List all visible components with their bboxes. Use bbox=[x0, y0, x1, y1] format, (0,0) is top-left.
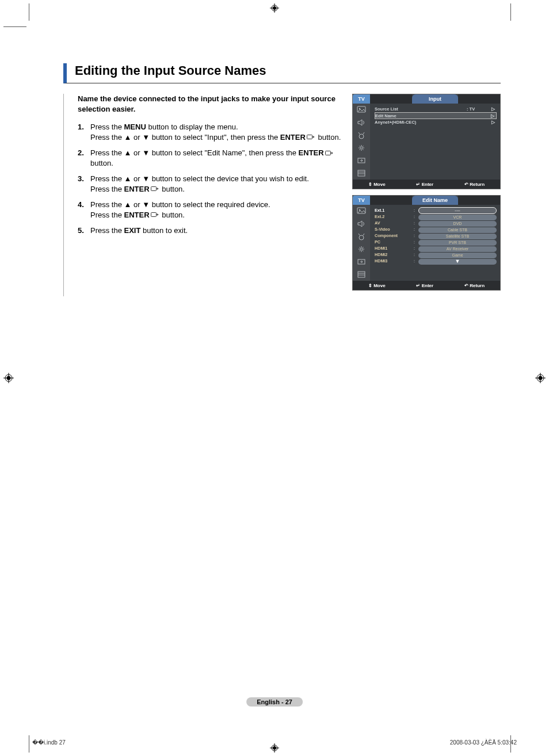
osd-menu-row: Anynet+(HDMI-CEC)▷ bbox=[375, 119, 497, 125]
svg-rect-17 bbox=[325, 151, 330, 155]
input-source-label: S-Video bbox=[375, 226, 410, 232]
osd-edit-name-menu: TV Edit Name bbox=[352, 195, 501, 291]
osd-title: Edit Name bbox=[412, 196, 458, 205]
screenshot-column: TV Input Source List: TV▷Edit Name▷Anyne bbox=[352, 94, 501, 296]
move-hint: ⇕ Move bbox=[368, 283, 386, 288]
step-item: 1.Press the MENU button to display the m… bbox=[78, 122, 342, 142]
device-option: AV Receiver bbox=[418, 246, 497, 252]
registration-mark-icon bbox=[270, 3, 279, 13]
osd-sidebar-icons bbox=[353, 104, 370, 180]
picture-icon bbox=[357, 106, 366, 114]
crop-mark bbox=[3, 26, 26, 27]
sound-icon bbox=[357, 220, 366, 228]
crop-mark bbox=[29, 735, 29, 753]
sound-icon bbox=[357, 119, 366, 127]
svg-point-31 bbox=[360, 248, 363, 250]
input-source-label: HDMI2 bbox=[375, 251, 410, 258]
registration-mark-icon bbox=[535, 373, 546, 383]
section-title-bar: Editing the Input Source Names bbox=[63, 63, 501, 83]
step-item: 4.Press the ▲ or ▼ button to select the … bbox=[78, 200, 342, 220]
device-option: VCR bbox=[418, 215, 497, 220]
input-source-label: HDMI3 bbox=[375, 258, 410, 264]
move-hint: ⇕ Move bbox=[368, 182, 386, 187]
crop-mark bbox=[510, 3, 511, 21]
svg-rect-19 bbox=[151, 213, 156, 217]
step-item: 5.Press the EXIT button to exit. bbox=[78, 226, 342, 236]
step-item: 2.Press the ▲ or ▼ button to select "Edi… bbox=[78, 148, 342, 168]
setup-icon bbox=[357, 245, 366, 253]
separator: ::::::::: bbox=[413, 207, 416, 265]
svg-point-22 bbox=[359, 134, 364, 139]
device-option: Satellite STB bbox=[418, 234, 497, 239]
osd-sidebar-icons bbox=[353, 205, 370, 281]
input-source-label: Ext.1 bbox=[375, 207, 410, 213]
osd-tab-tv: TV bbox=[353, 196, 370, 205]
device-option: Cable STB bbox=[418, 227, 497, 233]
input-list: Ext.1Ext.2AVS-VideoComponentPCHDMI1HDMI2… bbox=[375, 207, 410, 265]
print-meta-right: 2008-03-03 ¿ÀÈÄ 5:03:42 bbox=[450, 739, 517, 746]
instruction-column: Name the device connected to the input j… bbox=[78, 94, 342, 296]
input-source-label: HDMI1 bbox=[375, 245, 410, 251]
input-source-label: AV bbox=[375, 220, 410, 226]
more-options-icon: ▼ bbox=[418, 259, 497, 265]
input-source-label: Component bbox=[375, 232, 410, 239]
registration-mark-icon bbox=[3, 373, 14, 383]
setup-icon bbox=[357, 144, 366, 152]
osd-title: Input bbox=[412, 94, 458, 104]
input-source-label: PC bbox=[375, 239, 410, 245]
svg-rect-25 bbox=[358, 170, 365, 176]
intro-text: Name the device connected to the input j… bbox=[78, 94, 342, 114]
enter-hint: ↵ Enter bbox=[416, 182, 433, 187]
svg-point-23 bbox=[360, 147, 363, 149]
device-option: PVR STB bbox=[418, 240, 497, 246]
guide-icon bbox=[357, 270, 366, 278]
svg-point-30 bbox=[359, 235, 364, 240]
page-number-badge: English - 27 bbox=[246, 697, 303, 707]
osd-input-menu: TV Input Source List: TV▷Edit Name▷Anyne bbox=[352, 94, 501, 189]
osd-footer: ⇕ Move ↵ Enter ↶ Return bbox=[353, 180, 500, 189]
steps-list: 1.Press the MENU button to display the m… bbox=[78, 122, 342, 236]
input-source-label: Ext.2 bbox=[375, 213, 410, 220]
svg-rect-18 bbox=[151, 187, 156, 191]
svg-rect-33 bbox=[358, 272, 365, 277]
device-option: ---- bbox=[418, 207, 497, 214]
osd-menu-row: Edit Name▷ bbox=[375, 112, 497, 119]
device-option: Game bbox=[418, 253, 497, 258]
input-icon bbox=[357, 156, 366, 165]
crop-mark bbox=[29, 3, 29, 21]
osd-menu-row: Source List: TV▷ bbox=[375, 106, 497, 112]
enter-hint: ↵ Enter bbox=[416, 283, 433, 288]
picture-icon bbox=[357, 207, 366, 215]
guide-icon bbox=[357, 169, 366, 177]
channel-icon bbox=[357, 131, 366, 139]
return-hint: ↶ Return bbox=[464, 182, 485, 187]
osd-tab-tv: TV bbox=[353, 94, 370, 104]
option-list: ----VCRDVDCable STBSatellite STBPVR STBA… bbox=[418, 207, 497, 265]
input-icon bbox=[357, 258, 366, 266]
device-option: DVD bbox=[418, 221, 497, 227]
return-hint: ↶ Return bbox=[464, 283, 485, 288]
print-meta-left: ��i.indb 27 bbox=[32, 739, 66, 746]
registration-mark-icon bbox=[270, 743, 279, 753]
page-title: Editing the Input Source Names bbox=[75, 63, 501, 78]
channel-icon bbox=[357, 232, 366, 240]
osd-footer: ⇕ Move ↵ Enter ↶ Return bbox=[353, 281, 500, 290]
step-item: 3.Press the ▲ or ▼ button to select the … bbox=[78, 174, 342, 194]
svg-rect-16 bbox=[307, 135, 312, 139]
